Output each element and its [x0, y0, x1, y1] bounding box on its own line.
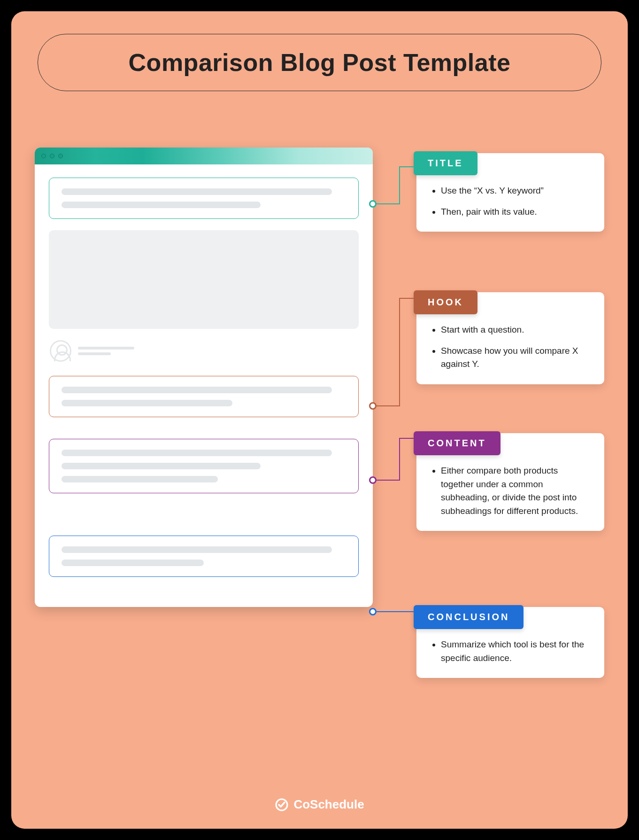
- section-title-box: [49, 178, 359, 219]
- placeholder-line: [62, 387, 332, 393]
- placeholder-line: [62, 400, 232, 406]
- callout-list: Either compare both products together un…: [430, 464, 591, 518]
- browser-mock: [35, 148, 373, 607]
- placeholder-line: [62, 476, 218, 482]
- window-dot-icon: [58, 154, 63, 158]
- brand-logo-icon: [275, 798, 289, 812]
- callout-conclusion: CONCLUSION Summarize which tool is best …: [416, 607, 604, 678]
- placeholder-line: [62, 188, 332, 195]
- placeholder-line: [62, 450, 332, 456]
- list-item: Summarize which tool is best for the spe…: [441, 638, 591, 665]
- callout-list: Summarize which tool is best for the spe…: [430, 638, 591, 665]
- placeholder-line: [62, 546, 332, 553]
- window-dot-icon: [41, 154, 46, 158]
- main-area: TITLE Use the “X vs. Y keyword” Then, pa…: [38, 148, 601, 749]
- list-item: Start with a question.: [441, 323, 591, 337]
- header-pill: Comparison Blog Post Template: [38, 34, 601, 91]
- author-row: [50, 340, 358, 362]
- callout-tab: HOOK: [414, 290, 477, 314]
- callout-hook: HOOK Start with a question. Showcase how…: [416, 292, 604, 384]
- window-dot-icon: [50, 154, 54, 158]
- browser-body: [35, 164, 373, 607]
- callout-list: Use the “X vs. Y keyword” Then, pair wit…: [430, 184, 591, 218]
- brand-name: CoSchedule: [293, 797, 364, 812]
- placeholder-line: [62, 463, 261, 469]
- list-item: Then, pair with its value.: [441, 205, 591, 219]
- browser-titlebar: [35, 148, 373, 164]
- section-content-box: [49, 439, 359, 493]
- frame: Comparison Blog Post Template: [0, 0, 639, 840]
- callout-tab: CONTENT: [414, 431, 500, 455]
- callout-tab: CONCLUSION: [414, 605, 524, 629]
- placeholder-line: [62, 560, 204, 566]
- page-title: Comparison Blog Post Template: [57, 48, 582, 77]
- callout-list: Start with a question. Showcase how you …: [430, 323, 591, 371]
- list-item: Use the “X vs. Y keyword”: [441, 184, 591, 198]
- callout-title: TITLE Use the “X vs. Y keyword” Then, pa…: [416, 153, 604, 232]
- placeholder-line: [62, 202, 261, 208]
- callout-content: CONTENT Either compare both products tog…: [416, 433, 604, 531]
- callout-tab: TITLE: [414, 151, 477, 175]
- list-item: Showcase how you will compare X against …: [441, 344, 591, 371]
- footer-brand: CoSchedule: [11, 797, 628, 812]
- placeholder-line: [78, 347, 134, 350]
- section-hook-box: [49, 376, 359, 417]
- placeholder-line: [78, 352, 111, 355]
- section-featured-image: [49, 230, 359, 329]
- infographic-canvas: Comparison Blog Post Template: [11, 11, 628, 829]
- section-conclusion-box: [49, 536, 359, 577]
- avatar-icon: [50, 340, 71, 362]
- list-item: Either compare both products together un…: [441, 464, 591, 518]
